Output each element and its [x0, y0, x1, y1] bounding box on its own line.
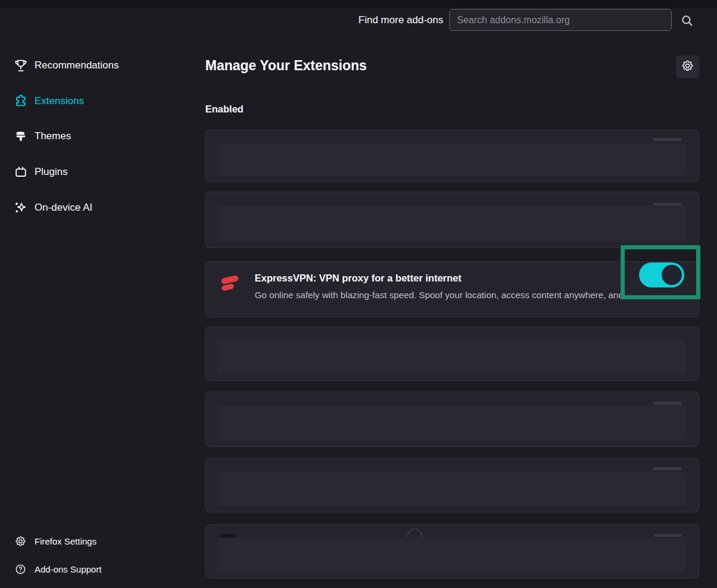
page-title: Manage Your Extensions	[205, 58, 367, 74]
sparkles-icon	[13, 200, 29, 215]
sidebar-item-label: Add-ons Support	[35, 564, 102, 574]
sidebar-item-label: Recommendations	[35, 60, 119, 71]
sidebar-item-label: Extensions	[35, 95, 84, 107]
trophy-icon	[13, 58, 29, 73]
puzzle-icon	[13, 93, 29, 109]
find-more-addons-label: Find more add-ons	[358, 14, 443, 26]
extension-card-placeholder-2[interactable]	[205, 192, 699, 248]
window-top-edge	[0, 0, 717, 8]
extension-name: ExpressVPN: VPN proxy for a better inter…	[255, 273, 462, 284]
sidebar-item-recommendations[interactable]: Recommendations	[0, 51, 198, 80]
extension-card-placeholder-5[interactable]	[205, 458, 699, 512]
extension-description: Go online safely with blazing-fast speed…	[255, 290, 634, 300]
annotation-highlight-box	[621, 245, 700, 299]
addons-manager-page: Find more add-ons Recommendations	[0, 0, 717, 588]
redacted-content-block	[217, 538, 685, 572]
extension-card-placeholder-3[interactable]	[205, 326, 699, 381]
addons-search-box[interactable]	[449, 9, 672, 31]
expressvpn-logo-icon	[218, 272, 242, 293]
extension-card-placeholder-1[interactable]	[205, 130, 699, 182]
sidebar-item-extensions[interactable]: Extensions	[0, 87, 198, 115]
sidebar-item-addons-support[interactable]: Add-ons Support	[0, 558, 198, 580]
redacted-content-block	[217, 405, 685, 440]
addons-options-button[interactable]	[676, 55, 699, 78]
extension-card-placeholder-4[interactable]	[205, 392, 699, 447]
sidebar-item-themes[interactable]: Themes	[0, 122, 198, 151]
redacted-artifact	[653, 138, 682, 141]
search-input[interactable]	[450, 10, 671, 30]
redacted-content-block	[217, 143, 685, 176]
paintbrush-icon	[13, 129, 29, 144]
redacted-artifact	[653, 467, 682, 470]
sidebar-item-label: Themes	[35, 130, 71, 142]
redacted-content-block	[217, 340, 685, 374]
help-icon	[14, 563, 27, 576]
sidebar-item-label: Firefox Settings	[35, 536, 96, 546]
sidebar-item-on-device-ai[interactable]: On-device AI	[0, 193, 198, 222]
sidebar-item-firefox-settings[interactable]: Firefox Settings	[0, 530, 198, 552]
section-heading-enabled: Enabled	[205, 104, 243, 115]
gear-icon	[14, 535, 27, 548]
redacted-content-block	[217, 205, 685, 242]
redacted-artifact	[653, 534, 682, 537]
gear-icon	[681, 59, 694, 75]
extension-card-placeholder-6[interactable]	[205, 524, 699, 578]
redacted-content-block	[217, 472, 685, 506]
sidebar-item-label: Plugins	[35, 166, 68, 178]
redacted-artifact	[220, 534, 236, 537]
redacted-artifact	[653, 402, 682, 405]
sidebar-item-label: On-device AI	[35, 202, 92, 214]
sidebar-item-plugins[interactable]: Plugins	[0, 158, 198, 186]
plug-icon	[13, 164, 29, 180]
search-icon[interactable]	[680, 13, 695, 29]
